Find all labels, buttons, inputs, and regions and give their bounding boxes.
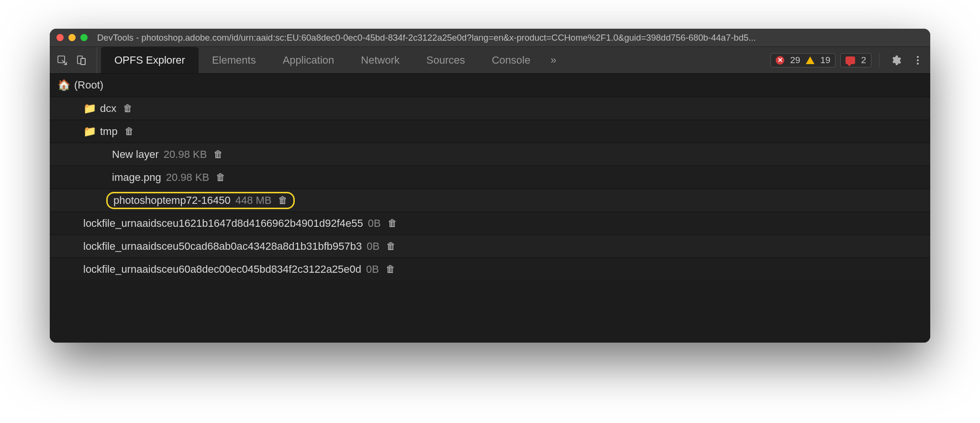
tree-folder[interactable]: 📁 dcx 🗑 (50, 97, 930, 120)
tree-file[interactable]: lockfile_urnaaidsceu50cad68ab0ac43428a8d… (50, 234, 930, 257)
delete-icon[interactable]: 🗑 (386, 241, 396, 252)
tab-label: Network (361, 54, 400, 67)
home-icon: 🏠 (57, 79, 70, 91)
devtools-toolbar: OPFS Explorer Elements Application Netwo… (50, 47, 930, 74)
delete-icon[interactable]: 🗑 (388, 218, 397, 229)
window-title: DevTools - photoshop.adobe.com/id/urn:aa… (97, 33, 756, 43)
more-options-icon[interactable] (909, 52, 926, 69)
issues-badge[interactable]: 2 (840, 53, 871, 67)
root-label: (Root) (74, 79, 103, 91)
file-name: lockfile_urnaaidsceu60a8dec00ec045bd834f… (83, 263, 361, 276)
tree-root[interactable]: 🏠 (Root) (50, 74, 930, 97)
tab-label: OPFS Explorer (114, 54, 185, 67)
tab-sources[interactable]: Sources (413, 47, 479, 73)
overflow-glyph: » (550, 54, 556, 67)
highlight-ring: photoshoptemp72-16450 448 MB 🗑 (106, 192, 295, 209)
error-count: 29 (790, 55, 800, 66)
delete-icon[interactable]: 🗑 (213, 149, 223, 160)
devtools-window: DevTools - photoshop.adobe.com/id/urn:aa… (50, 29, 930, 343)
tab-opfs-explorer[interactable]: OPFS Explorer (101, 47, 199, 73)
warning-icon (806, 56, 814, 64)
file-size: 0B (368, 217, 381, 230)
feedback-icon (846, 56, 855, 64)
tree-file[interactable]: image.png 20.98 KB 🗑 (50, 166, 930, 189)
tree-folder[interactable]: 📁 tmp 🗑 (50, 120, 930, 143)
file-name: lockfile_urnaaidsceu50cad68ab0ac43428a8d… (83, 240, 362, 253)
file-name: lockfile_urnaaidsceu1621b1647d8d4166962b… (83, 217, 363, 230)
panel-tabs: OPFS Explorer Elements Application Netwo… (101, 47, 563, 73)
folder-name: tmp (100, 125, 118, 138)
svg-rect-2 (81, 58, 85, 65)
device-toolbar-icon[interactable] (73, 52, 90, 69)
folder-name: dcx (100, 102, 116, 115)
tab-network[interactable]: Network (347, 47, 413, 73)
tab-label: Application (283, 54, 334, 67)
file-size: 20.98 KB (166, 171, 210, 184)
file-name: image.png (112, 171, 161, 184)
tree-file[interactable]: lockfile_urnaaidsceu1621b1647d8d4166962b… (50, 212, 930, 234)
file-size: 20.98 KB (164, 148, 207, 161)
tab-label: Console (492, 54, 531, 67)
delete-icon[interactable]: 🗑 (216, 172, 225, 183)
tree-file[interactable]: New layer 20.98 KB 🗑 (50, 143, 930, 166)
close-window-button[interactable] (56, 34, 64, 41)
delete-icon[interactable]: 🗑 (278, 195, 288, 206)
tab-elements[interactable]: Elements (199, 47, 269, 73)
tree-file-highlighted[interactable]: photoshoptemp72-16450 448 MB 🗑 (50, 189, 930, 212)
feedback-count: 2 (861, 55, 866, 66)
svg-point-5 (917, 59, 919, 61)
opfs-tree-panel: 🏠 (Root) 📁 dcx 🗑 📁 tmp 🗑 New layer 20.98… (50, 74, 930, 343)
file-size: 0B (367, 240, 379, 253)
svg-point-6 (917, 63, 919, 65)
file-size: 448 MB (235, 194, 272, 207)
empty-space (50, 280, 930, 343)
folder-icon: 📁 (83, 125, 96, 138)
tree-file[interactable]: lockfile_urnaaidsceu60a8dec00ec045bd834f… (50, 257, 930, 280)
tab-console[interactable]: Console (479, 47, 544, 73)
svg-point-4 (917, 56, 919, 58)
file-name: New layer (112, 148, 159, 161)
minimize-window-button[interactable] (68, 34, 76, 41)
delete-icon[interactable]: 🗑 (386, 264, 395, 275)
error-icon: ✕ (776, 56, 784, 65)
delete-icon[interactable]: 🗑 (124, 126, 134, 137)
tab-application[interactable]: Application (269, 47, 348, 73)
folder-icon: 📁 (83, 102, 96, 115)
maximize-window-button[interactable] (80, 34, 88, 41)
settings-icon[interactable] (887, 52, 904, 69)
tab-label: Elements (212, 54, 256, 67)
file-size: 0B (366, 263, 379, 276)
window-controls (56, 34, 88, 41)
inspect-element-icon[interactable] (54, 52, 71, 69)
divider (879, 53, 880, 67)
file-name: photoshoptemp72-16450 (113, 194, 231, 207)
delete-icon[interactable]: 🗑 (123, 103, 133, 114)
console-issues-badge[interactable]: ✕ 29 19 (770, 53, 835, 67)
warning-count: 19 (820, 55, 830, 66)
tab-label: Sources (426, 54, 465, 67)
more-tabs-button[interactable]: » (544, 47, 563, 73)
titlebar: DevTools - photoshop.adobe.com/id/urn:aa… (50, 29, 930, 47)
